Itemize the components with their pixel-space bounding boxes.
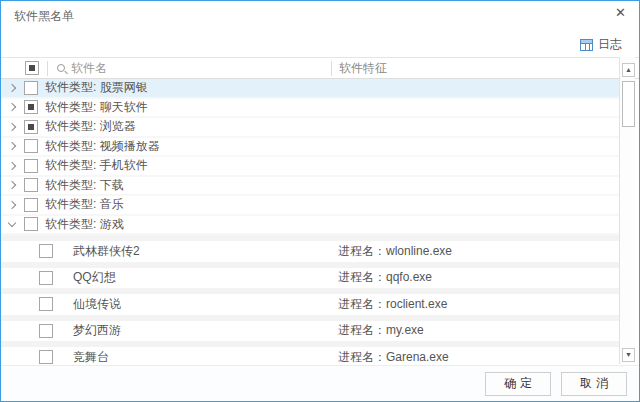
game-feature: 进程名：roclient.exe xyxy=(338,296,447,313)
game-name: 竞舞台 xyxy=(73,349,109,366)
software-list: 软件类型: 股票网银 软件类型: 聊天软件 软件类型: 浏览器 软件类型: 视频… xyxy=(1,79,619,366)
category-label: 软件类型: 游戏 xyxy=(45,216,124,233)
game-feature: 进程名：qqfo.exe xyxy=(338,269,432,286)
header-divider xyxy=(331,61,332,76)
row-checkbox[interactable] xyxy=(24,178,38,192)
category-row[interactable]: 软件类型: 股票网银 xyxy=(1,79,619,99)
row-checkbox[interactable] xyxy=(39,324,53,338)
log-icon xyxy=(580,39,593,51)
scrollbar-thumb[interactable] xyxy=(622,81,635,127)
game-feature: 进程名：Garena.exe xyxy=(338,349,449,366)
ok-button[interactable]: 确定 xyxy=(485,372,551,396)
dialog-title: 软件黑名单 xyxy=(14,8,74,25)
category-label: 软件类型: 聊天软件 xyxy=(45,99,148,116)
game-name: 武林群侠传2 xyxy=(73,243,140,260)
scroll-up-button[interactable]: ▲ xyxy=(622,63,635,77)
game-feature: 进程名：wlonline.exe xyxy=(338,243,452,260)
game-row[interactable]: 竞舞台 进程名：Garena.exe xyxy=(1,341,619,366)
row-checkbox[interactable] xyxy=(24,120,38,134)
category-label: 软件类型: 视频播放器 xyxy=(45,138,160,155)
software-blacklist-dialog: 软件黑名单 ✕ 日志 软件名 软件特征 软件类型: 股票网银 软件类型: 聊天软… xyxy=(0,0,640,402)
vertical-scrollbar[interactable]: ▲ ▼ xyxy=(619,57,635,364)
chevron-icon[interactable] xyxy=(8,123,16,131)
chevron-icon[interactable] xyxy=(8,103,16,111)
row-checkbox[interactable] xyxy=(24,81,38,95)
log-button[interactable]: 日志 xyxy=(577,34,625,55)
chevron-icon[interactable] xyxy=(8,142,16,150)
chevron-icon[interactable] xyxy=(8,219,16,227)
game-name: QQ幻想 xyxy=(73,269,116,286)
row-checkbox[interactable] xyxy=(24,159,38,173)
chevron-icon[interactable] xyxy=(8,84,16,92)
scroll-down-button[interactable]: ▼ xyxy=(622,348,635,362)
row-checkbox[interactable] xyxy=(39,297,53,311)
game-name: 梦幻西游 xyxy=(73,322,121,339)
feature-column: 软件特征 xyxy=(331,58,387,78)
chevron-icon[interactable] xyxy=(8,201,16,209)
category-label: 软件类型: 浏览器 xyxy=(45,118,136,135)
category-label: 软件类型: 音乐 xyxy=(45,196,124,213)
row-checkbox[interactable] xyxy=(39,350,53,364)
category-row[interactable]: 软件类型: 音乐 xyxy=(1,196,619,216)
game-row[interactable]: 梦幻西游 进程名：my.exe xyxy=(1,315,619,342)
category-row[interactable]: 软件类型: 游戏 xyxy=(1,216,619,236)
chevron-icon[interactable] xyxy=(8,181,16,189)
log-button-label: 日志 xyxy=(598,36,622,53)
game-row[interactable]: 仙境传说 进程名：roclient.exe xyxy=(1,288,619,315)
category-row[interactable]: 软件类型: 下载 xyxy=(1,177,619,197)
row-checkbox[interactable] xyxy=(24,198,38,212)
category-row[interactable]: 软件类型: 聊天软件 xyxy=(1,99,619,119)
search-input[interactable]: 软件名 xyxy=(71,60,107,77)
game-row[interactable]: 武林群侠传2 进程名：wlonline.exe xyxy=(1,235,619,262)
row-checkbox[interactable] xyxy=(24,139,38,153)
row-checkbox[interactable] xyxy=(24,217,38,231)
row-checkbox[interactable] xyxy=(39,244,53,258)
category-row[interactable]: 软件类型: 浏览器 xyxy=(1,118,619,138)
search-icon xyxy=(57,64,65,72)
chevron-icon[interactable] xyxy=(8,162,16,170)
header-divider xyxy=(47,61,48,76)
category-label: 软件类型: 下载 xyxy=(45,177,124,194)
row-checkbox[interactable] xyxy=(24,100,38,114)
column-header-feature[interactable]: 软件特征 xyxy=(339,60,387,77)
dialog-footer: 确定 取消 xyxy=(1,365,639,401)
titlebar: 软件黑名单 ✕ xyxy=(1,1,639,29)
game-name: 仙境传说 xyxy=(73,296,121,313)
cancel-button[interactable]: 取消 xyxy=(561,372,627,396)
table-header: 软件名 软件特征 xyxy=(1,57,639,79)
row-checkbox[interactable] xyxy=(39,271,53,285)
category-row[interactable]: 软件类型: 手机软件 xyxy=(1,157,619,177)
close-icon[interactable]: ✕ xyxy=(615,6,626,20)
game-row[interactable]: QQ幻想 进程名：qqfo.exe xyxy=(1,262,619,289)
game-feature: 进程名：my.exe xyxy=(338,322,424,339)
category-label: 软件类型: 股票网银 xyxy=(45,79,148,96)
category-label: 软件类型: 手机软件 xyxy=(45,157,148,174)
select-all-checkbox[interactable] xyxy=(25,61,39,75)
category-row[interactable]: 软件类型: 视频播放器 xyxy=(1,138,619,158)
